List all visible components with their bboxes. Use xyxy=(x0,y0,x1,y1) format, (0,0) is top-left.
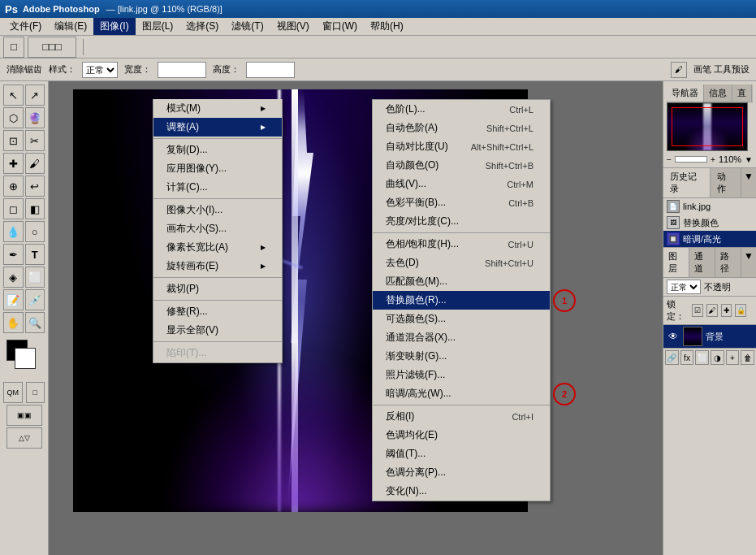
menu-canvas-size[interactable]: 画布大小(S)... xyxy=(153,219,282,238)
tool-brush[interactable]: 🖌 xyxy=(25,153,45,174)
menu-rotate-canvas[interactable]: 旋转画布(E) xyxy=(153,257,282,275)
toolbar-btn-2[interactable]: □□□ xyxy=(28,37,76,58)
tool-text[interactable]: T xyxy=(25,244,45,265)
adjust-posterize[interactable]: 色调分离(P)... xyxy=(373,463,550,482)
adjust-color-balance[interactable]: 色彩平衡(B)...Ctrl+B xyxy=(373,193,550,212)
tool-screen-mode[interactable]: □ xyxy=(26,382,45,403)
add-style-btn[interactable]: fx xyxy=(680,350,694,365)
adjust-replace-color[interactable]: 替换颜色(R)... 1 xyxy=(373,291,550,310)
menubar-item-select[interactable]: 选择(S) xyxy=(179,18,225,35)
menu-trim[interactable]: 修整(R)... xyxy=(153,302,282,321)
adjust-gradient-map[interactable]: 渐变映射(G)... xyxy=(373,347,550,366)
tool-selection[interactable]: ↖ xyxy=(3,85,24,106)
adjust-auto-contrast[interactable]: 自动对比度(U)Alt+Shift+Ctrl+L xyxy=(373,137,550,156)
tool-extra[interactable]: ▣▣ xyxy=(6,405,42,426)
menu-pixel-ratio[interactable]: 像素长宽比(A) xyxy=(153,238,282,257)
history-menu-btn[interactable]: ▼ xyxy=(741,168,756,197)
menu-image-size[interactable]: 图像大小(I)... xyxy=(153,201,282,219)
tool-extra2[interactable]: △▽ xyxy=(6,427,42,449)
adjust-threshold[interactable]: 阈值(T)... xyxy=(373,444,550,463)
menu-apply-image[interactable]: 应用图像(Y)... xyxy=(153,159,282,178)
link-layers-btn[interactable]: 🔗 xyxy=(665,350,679,365)
adjust-channel-mixer[interactable]: 通道混合器(X)... xyxy=(373,328,550,347)
tool-path-select[interactable]: ◈ xyxy=(3,267,24,288)
tool-shape[interactable]: ⬜ xyxy=(25,267,45,288)
menubar-item-file[interactable]: 文件(F) xyxy=(3,18,48,35)
height-input[interactable] xyxy=(246,62,295,78)
info-tab[interactable]: 信息 xyxy=(704,85,732,102)
tool-clone[interactable]: ⊕ xyxy=(3,176,24,197)
menu-adjust[interactable]: 调整(A) xyxy=(153,118,282,137)
menu-calculate[interactable]: 计算(C)... xyxy=(153,178,282,197)
tool-notes[interactable]: 📝 xyxy=(3,289,24,310)
width-input[interactable] xyxy=(158,62,206,78)
adjust-curves[interactable]: 曲线(V)...Ctrl+M xyxy=(373,175,550,193)
color-picker[interactable] xyxy=(6,340,42,375)
adjust-shadow-highlight[interactable]: 暗调/高光(W)... 2 xyxy=(373,384,550,403)
channels-tab[interactable]: 通道 xyxy=(689,248,715,277)
menubar-item-layer[interactable]: 图层(L) xyxy=(136,18,180,35)
tool-zoom[interactable]: 🔍 xyxy=(25,312,45,333)
history-item-open[interactable]: 📄 link.jpg xyxy=(663,198,756,215)
menubar-item-view[interactable]: 视图(V) xyxy=(270,18,316,35)
adjust-brightness[interactable]: 亮度/对比度(C)... xyxy=(373,212,550,231)
tool-crop[interactable]: ⊡ xyxy=(3,130,24,151)
adjust-levels[interactable]: 色阶(L)...Ctrl+L xyxy=(373,100,550,119)
tool-hand[interactable]: ✋ xyxy=(3,312,24,333)
zoom-out-btn[interactable]: − xyxy=(667,155,672,164)
tool-gradient[interactable]: ◧ xyxy=(25,198,45,219)
brush-preset-btn[interactable]: 🖌 xyxy=(671,62,687,78)
paths-tab[interactable]: 路径 xyxy=(715,248,741,277)
adjust-equalize[interactable]: 色调均化(E) xyxy=(373,426,550,444)
zoom-in-btn[interactable]: + xyxy=(711,155,715,164)
layer-background[interactable]: 👁 背景 xyxy=(663,325,756,348)
menubar-item-image[interactable]: 图像(I) xyxy=(93,18,135,35)
menu-crop[interactable]: 裁切(P) xyxy=(153,280,282,298)
tool-heal[interactable]: ✚ xyxy=(3,153,24,174)
adjust-desaturate[interactable]: 去色(D)Shift+Ctrl+U xyxy=(373,254,550,272)
add-mask-btn[interactable]: ⬜ xyxy=(695,350,709,365)
menu-mode[interactable]: 模式(M) xyxy=(153,99,282,118)
action-tab[interactable]: 动作 xyxy=(711,168,741,197)
tool-eraser[interactable]: ◻ xyxy=(3,198,24,219)
tool-lasso[interactable]: ⬡ xyxy=(3,107,24,128)
menubar-item-edit[interactable]: 编辑(E) xyxy=(48,18,93,35)
adjust-variations[interactable]: 变化(N)... xyxy=(373,482,550,501)
toolbar-btn-1[interactable]: □ xyxy=(3,37,24,58)
menubar-item-filter[interactable]: 滤镜(T) xyxy=(225,18,270,35)
tool-slice[interactable]: ✂ xyxy=(25,130,45,151)
layers-tab[interactable]: 图层 xyxy=(663,248,689,277)
style-select[interactable]: 正常 xyxy=(82,62,118,78)
history-item-replace-color[interactable]: 🖼 替换颜色 xyxy=(663,215,756,231)
nav-menu-btn[interactable]: ▼ xyxy=(745,155,753,164)
adjust-auto-color[interactable]: 自动颜色(O)Shift+Ctrl+B xyxy=(373,156,550,175)
lock-all-btn[interactable]: 🔒 xyxy=(735,304,746,317)
adjust-hue-saturation[interactable]: 色相/饱和度(H)...Ctrl+U xyxy=(373,235,550,254)
adjust-auto-levels[interactable]: 自动色阶(A)Shift+Ctrl+L xyxy=(373,119,550,137)
menu-duplicate[interactable]: 复制(D)... xyxy=(153,141,282,159)
zoom-slider[interactable] xyxy=(675,156,707,163)
menubar-item-window[interactable]: 窗口(W) xyxy=(316,18,364,35)
menu-reveal-all[interactable]: 显示全部(V) xyxy=(153,321,282,340)
lock-image-btn[interactable]: 🖌 xyxy=(706,304,718,317)
navigator-tab[interactable]: 导航器 xyxy=(667,85,704,102)
history-tab[interactable]: 历史记录 xyxy=(663,168,711,197)
delete-layer-btn[interactable]: 🗑 xyxy=(741,350,754,365)
background-color[interactable] xyxy=(15,348,36,369)
tool-quick-mask[interactable]: QM xyxy=(3,382,23,403)
tool-magic-wand[interactable]: 🔮 xyxy=(25,107,45,128)
tool-pen[interactable]: ✒ xyxy=(3,244,24,265)
tool-direct-select[interactable]: ↗ xyxy=(25,85,45,106)
adjust-match-color[interactable]: 匹配颜色(M)... xyxy=(373,272,550,291)
lock-position-btn[interactable]: ✚ xyxy=(721,304,732,317)
direct-tab[interactable]: 直 xyxy=(732,85,752,102)
tool-eyedropper[interactable]: 💉 xyxy=(25,289,45,310)
layer-eye-btn[interactable]: 👁 xyxy=(667,330,680,343)
tool-history-brush[interactable]: ↩ xyxy=(25,176,45,197)
blend-mode-select[interactable]: 正常 xyxy=(667,280,701,294)
layers-menu-btn[interactable]: ▼ xyxy=(741,248,756,277)
tool-blur[interactable]: 💧 xyxy=(3,221,24,242)
adjust-photo-filter[interactable]: 照片滤镜(F)... xyxy=(373,366,550,384)
lock-transparent-btn[interactable]: ☑ xyxy=(692,304,703,317)
tool-dodge[interactable]: ○ xyxy=(25,221,45,242)
